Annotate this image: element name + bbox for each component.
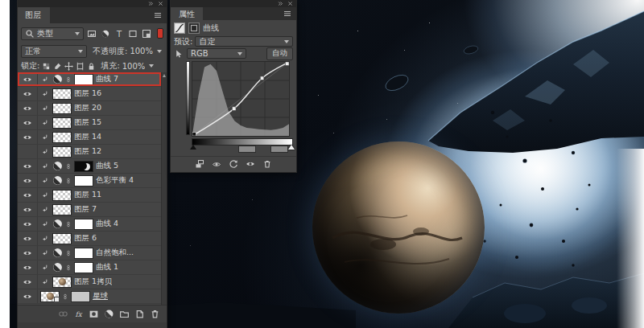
delete-adjustment-icon[interactable]: [262, 159, 272, 169]
layer-row[interactable]: 色彩平衡 4: [18, 174, 161, 188]
scroll-up-icon[interactable]: [163, 74, 166, 77]
adjustment-filter-icon[interactable]: [100, 27, 112, 39]
layer-row[interactable]: 自然饱和...: [18, 246, 161, 260]
layer-name[interactable]: 自然饱和...: [96, 248, 134, 258]
layer-filter-type-select[interactable]: 类型: [21, 27, 84, 40]
blend-mode-select[interactable]: 正常: [21, 45, 87, 58]
layer-name[interactable]: 图层 7: [74, 204, 97, 215]
panel-menu-icon[interactable]: [149, 7, 167, 23]
lock-all-icon[interactable]: [87, 62, 96, 71]
tab-layers[interactable]: 图层: [18, 7, 50, 23]
layer-visibility-empty[interactable]: [18, 145, 38, 158]
adjustment-layer-thumbnail[interactable]: [52, 219, 63, 229]
mask-link-icon[interactable]: [65, 219, 72, 229]
layer-name[interactable]: 曲线 4: [96, 219, 118, 229]
layer-visibility-eye-icon[interactable]: [18, 188, 38, 202]
view-previous-state-icon[interactable]: [212, 159, 221, 169]
link-layers-icon[interactable]: [58, 309, 68, 319]
layer-thumbnail[interactable]: [52, 190, 72, 201]
type-filter-icon[interactable]: T: [114, 27, 126, 39]
layer-row[interactable]: 图层 7: [18, 203, 161, 217]
layer-thumbnail[interactable]: [52, 132, 72, 143]
layer-name[interactable]: 图层 20: [74, 103, 101, 113]
input-value-box[interactable]: [238, 146, 256, 153]
visibility-icon[interactable]: [246, 159, 255, 169]
layer-thumbnail[interactable]: [52, 117, 72, 129]
layer-thumbnail[interactable]: [52, 277, 72, 288]
delete-layer-icon[interactable]: [150, 309, 160, 319]
adjustment-layer-icon[interactable]: [104, 309, 114, 319]
layer-name[interactable]: 曲线 1: [96, 262, 118, 273]
opacity-value[interactable]: 100%: [130, 47, 153, 55]
channel-select[interactable]: RGB: [187, 48, 246, 59]
adjustment-layer-thumbnail[interactable]: [52, 175, 63, 186]
layer-visibility-eye-icon[interactable]: [18, 203, 38, 216]
adjustment-layer-thumbnail[interactable]: [52, 74, 63, 84]
layer-visibility-eye-icon[interactable]: [18, 130, 38, 144]
layer-visibility-eye-icon[interactable]: [18, 275, 38, 289]
adjustment-layer-thumbnail[interactable]: [52, 262, 63, 273]
pixel-filter-icon[interactable]: [86, 27, 98, 39]
layer-row[interactable]: 图层 14: [18, 130, 161, 145]
layer-visibility-eye-icon[interactable]: [18, 159, 38, 173]
layer-row[interactable]: 图层 1拷贝: [18, 275, 161, 289]
layer-row[interactable]: 曲线 1: [18, 260, 161, 275]
clip-to-layer-icon[interactable]: [195, 159, 204, 169]
layer-row[interactable]: 曲线 4: [18, 217, 161, 232]
layer-thumbnail[interactable]: [52, 103, 72, 114]
add-mask-icon[interactable]: [89, 309, 99, 319]
layer-name[interactable]: 星球: [93, 291, 108, 301]
mask-icon[interactable]: [188, 23, 200, 34]
layer-row[interactable]: 曲线 5: [18, 159, 161, 174]
close-icon[interactable]: [287, 1, 293, 6]
curve-graph-area[interactable]: [192, 61, 293, 138]
adjustment-layer-thumbnail[interactable]: [52, 161, 63, 171]
close-icon[interactable]: [158, 1, 163, 6]
layer-visibility-eye-icon[interactable]: [18, 101, 38, 115]
layer-row[interactable]: 曲线 7: [18, 72, 161, 87]
new-group-icon[interactable]: [119, 309, 130, 319]
collapse-icon[interactable]: [278, 1, 283, 6]
mask-link-icon[interactable]: [65, 263, 72, 273]
layer-row[interactable]: 图层 6: [18, 232, 161, 246]
new-layer-icon[interactable]: [134, 309, 145, 319]
layer-name[interactable]: 色彩平衡 4: [96, 175, 134, 186]
layer-row[interactable]: 图层 11: [18, 188, 161, 203]
layer-mask-thumbnail[interactable]: [74, 161, 93, 172]
layer-mask-thumbnail[interactable]: [74, 175, 93, 187]
mask-link-icon[interactable]: [62, 292, 68, 301]
layer-row[interactable]: 图层 16: [18, 87, 161, 101]
panel-menu-icon[interactable]: [279, 7, 296, 20]
fill-value[interactable]: 100%: [122, 62, 146, 71]
layer-name[interactable]: 图层 1拷贝: [74, 277, 112, 287]
auto-button[interactable]: 自动: [266, 47, 293, 60]
mask-link-icon[interactable]: [65, 176, 72, 186]
layer-visibility-eye-icon[interactable]: [18, 116, 38, 129]
layer-row[interactable]: 图层 15: [18, 116, 161, 130]
black-point-slider[interactable]: [190, 145, 196, 150]
adjustment-layer-thumbnail[interactable]: [52, 248, 63, 258]
smart-object-filter-icon[interactable]: [141, 27, 153, 39]
tab-properties[interactable]: 属性: [171, 7, 203, 20]
layer-visibility-eye-icon[interactable]: [18, 260, 38, 274]
collapse-icon[interactable]: [148, 1, 154, 6]
preset-select[interactable]: 自定: [195, 36, 293, 47]
layer-name[interactable]: 图层 15: [74, 117, 101, 128]
layer-mask-thumbnail[interactable]: [74, 248, 93, 259]
layers-scrollbar[interactable]: [161, 72, 167, 305]
layer-row[interactable]: 星球: [18, 289, 161, 304]
output-value-box[interactable]: [270, 146, 288, 153]
layer-thumbnail[interactable]: [40, 291, 60, 302]
layer-mask-thumbnail[interactable]: [74, 74, 93, 85]
reset-icon[interactable]: [229, 159, 238, 169]
layer-row[interactable]: 图层 20: [18, 101, 161, 116]
layer-name[interactable]: 图层 16: [74, 88, 101, 99]
layer-name[interactable]: 曲线 5: [96, 161, 118, 171]
lock-artboard-icon[interactable]: [76, 62, 85, 71]
chevron-down-icon[interactable]: [149, 64, 154, 68]
layer-style-icon[interactable]: fx: [73, 309, 84, 319]
layer-visibility-eye-icon[interactable]: [18, 246, 38, 260]
layer-thumbnail[interactable]: [52, 146, 72, 158]
lock-position-icon[interactable]: [64, 62, 73, 71]
layer-visibility-eye-icon[interactable]: [18, 217, 38, 231]
